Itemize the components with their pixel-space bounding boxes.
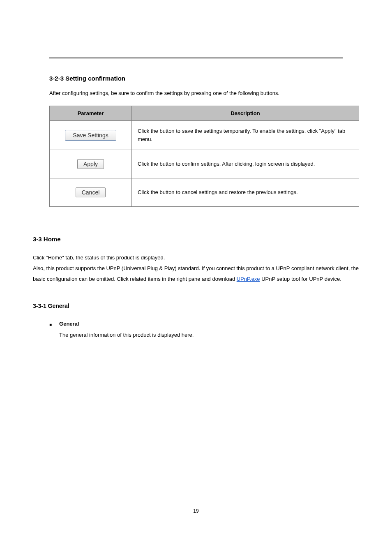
settings-buttons-table: Parameter Description Save Settings Clic…	[49, 106, 359, 207]
chapter-body-post: UPnP setup tool for UPnP device.	[260, 276, 341, 282]
cancel-desc: Click the button to cancel settings and …	[132, 178, 359, 206]
bullet-item-general: ■ General The general information of thi…	[49, 319, 359, 340]
page-number: 19	[0, 508, 392, 514]
save-settings-button[interactable]: Save Settings	[65, 130, 116, 141]
table-header-parameter: Parameter	[50, 106, 132, 120]
bullet-label: General	[59, 319, 194, 328]
save-settings-desc: Click the button to save the settings te…	[132, 120, 359, 150]
chapter-heading: 3-3 Home	[33, 236, 359, 243]
square-bullet-icon: ■	[49, 321, 52, 328]
upnp-link[interactable]: UPnP.exe	[237, 276, 260, 282]
section-divider	[49, 58, 343, 58]
apply-button[interactable]: Apply	[77, 159, 104, 169]
table-row: Apply Click the button to confirm settin…	[50, 150, 359, 178]
apply-desc: Click the button to confirm settings. Af…	[132, 150, 359, 178]
section-desc: After configuring settings, be sure to c…	[49, 89, 343, 97]
sub-heading: 3-3-1 General	[33, 303, 359, 309]
section-title: 3-2-3 Setting confirmation	[49, 75, 343, 82]
table-header-description: Description	[132, 106, 359, 120]
cancel-button[interactable]: Cancel	[76, 187, 106, 197]
table-row: Save Settings Click the button to save t…	[50, 120, 359, 150]
table-row: Cancel Click the button to cancel settin…	[50, 178, 359, 206]
chapter-body: Click "Home" tab, the status of this pro…	[33, 252, 359, 284]
bullet-desc: The general information of this product …	[59, 330, 194, 340]
